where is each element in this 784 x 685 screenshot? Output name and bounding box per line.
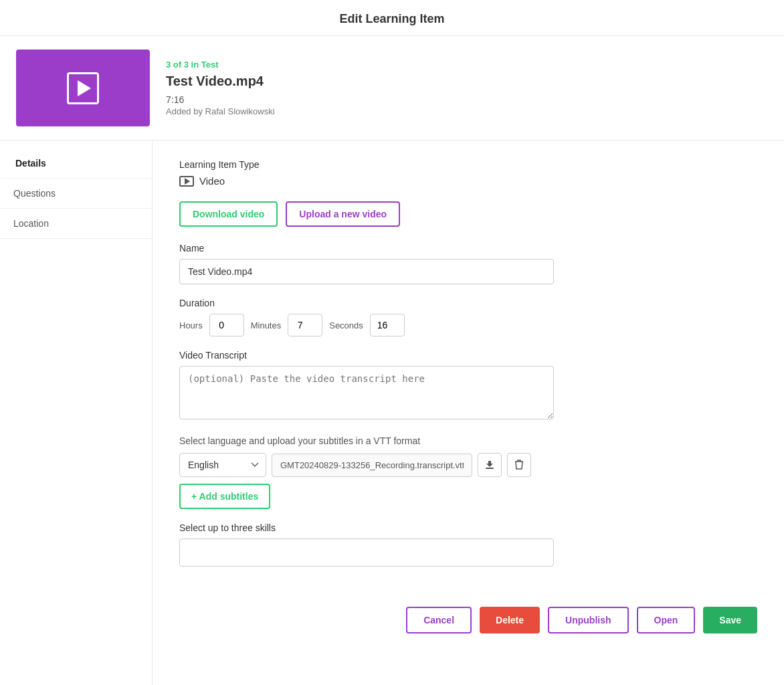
sidebar: Details Questions Location — [0, 140, 153, 685]
position-label: 3 of 3 in Test — [166, 60, 275, 70]
name-field-group: Name — [179, 243, 757, 284]
seconds-input[interactable] — [370, 314, 405, 336]
transcript-input[interactable] — [179, 366, 554, 419]
duration-field-group: Duration Hours Minutes Seconds — [179, 298, 757, 336]
delete-subtitle-button[interactable] — [507, 453, 531, 477]
transcript-field-group: Video Transcript — [179, 350, 757, 422]
video-thumbnail — [16, 50, 150, 126]
unpublish-button[interactable]: Unpublish — [548, 607, 628, 633]
download-video-button[interactable]: Download video — [179, 201, 278, 227]
sidebar-item-location[interactable]: Location — [0, 209, 152, 239]
name-label: Name — [179, 243, 757, 254]
transcript-label: Video Transcript — [179, 350, 757, 361]
hours-input[interactable] — [209, 314, 244, 336]
delete-button[interactable]: Delete — [480, 607, 540, 633]
skills-label: Select up to three skills — [179, 522, 757, 533]
duration-label: Duration — [179, 298, 757, 308]
download-subtitle-button[interactable] — [478, 453, 502, 477]
header-info: 3 of 3 in Test Test Video.mp4 7:16 Added… — [166, 60, 275, 116]
sidebar-item-details[interactable]: Details — [0, 149, 152, 179]
cancel-button[interactable]: Cancel — [406, 607, 472, 633]
play-triangle — [78, 80, 91, 96]
content-area: Learning Item Type Video Download video … — [153, 140, 784, 685]
name-input[interactable] — [179, 259, 554, 284]
save-button[interactable]: Save — [703, 607, 757, 633]
subtitle-section: Select language and upload your subtitle… — [179, 435, 757, 509]
added-by-label: Added by Rafal Slowikowski — [166, 106, 275, 116]
minutes-input[interactable] — [288, 314, 322, 336]
action-buttons: Cancel Delete Unpublish Open Save — [179, 593, 757, 633]
learning-type-row: Video — [179, 175, 757, 187]
open-button[interactable]: Open — [637, 607, 696, 633]
upload-video-button[interactable]: Upload a new video — [286, 201, 400, 227]
main-layout: Details Questions Location Learning Item… — [0, 140, 784, 685]
header-section: 3 of 3 in Test Test Video.mp4 7:16 Added… — [0, 36, 784, 140]
video-duration: 7:16 — [166, 94, 275, 105]
learning-type-label: Learning Item Type — [179, 159, 757, 170]
learning-type-value: Video — [199, 175, 225, 187]
video-action-buttons: Download video Upload a new video — [179, 201, 757, 227]
sidebar-item-questions[interactable]: Questions — [0, 179, 152, 209]
learning-type-group: Learning Item Type Video — [179, 159, 757, 187]
play-icon — [67, 72, 99, 104]
subtitle-row: English French Spanish German Italian — [179, 453, 757, 477]
subtitle-label: Select language and upload your subtitle… — [179, 435, 757, 446]
subtitle-filename — [272, 454, 472, 477]
minutes-label: Minutes — [251, 320, 282, 330]
video-filename: Test Video.mp4 — [166, 74, 275, 89]
duration-row: Hours Minutes Seconds — [179, 314, 757, 336]
add-subtitles-button[interactable]: + Add subtitles — [179, 484, 270, 509]
hours-label: Hours — [179, 320, 203, 330]
skills-field-group: Select up to three skills — [179, 522, 757, 567]
page-title: Edit Learning Item — [0, 0, 784, 36]
language-select[interactable]: English French Spanish German Italian — [179, 453, 266, 477]
svg-rect-0 — [486, 468, 494, 469]
seconds-label: Seconds — [329, 320, 363, 330]
skills-input[interactable] — [179, 539, 554, 567]
video-type-icon — [179, 176, 194, 187]
